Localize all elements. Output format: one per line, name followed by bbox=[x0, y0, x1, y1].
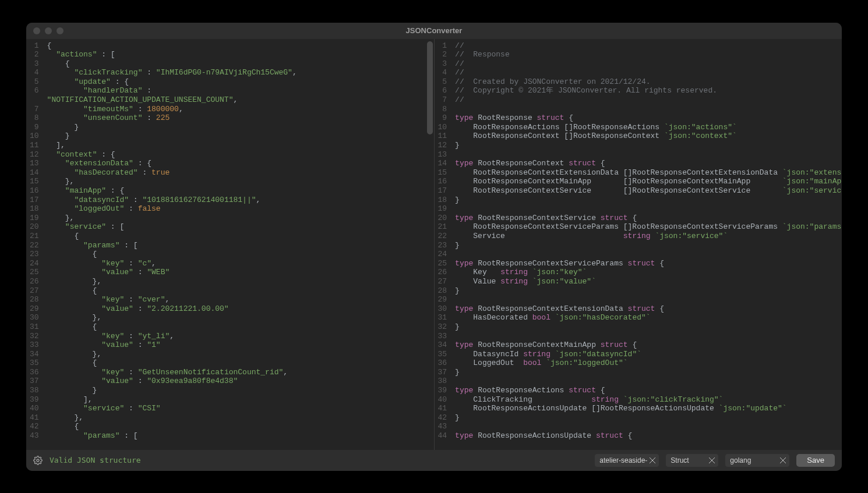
status-text: Valid JSON structure bbox=[50, 456, 141, 464]
json-gutter: 1 2 3 4 5 6 7 8 9 10 11 12 13 14 15 16 1… bbox=[26, 39, 44, 450]
json-editor[interactable]: { "actions" : [ { "clickTracking" : "IhM… bbox=[44, 39, 434, 450]
kind-select[interactable]: Struct bbox=[666, 454, 718, 467]
window-title: JSONConverter bbox=[406, 26, 463, 35]
theme-select-label: atelier-seaside- bbox=[599, 456, 647, 464]
scrollbar-thumb[interactable] bbox=[427, 41, 433, 134]
theme-select[interactable]: atelier-seaside- bbox=[595, 454, 659, 467]
app-window: JSONConverter 1 2 3 4 5 6 7 8 9 10 11 12… bbox=[26, 23, 842, 471]
output-editor[interactable]: // // Response // // // Created by JSONC… bbox=[451, 39, 842, 450]
editor-panes: 1 2 3 4 5 6 7 8 9 10 11 12 13 14 15 16 1… bbox=[26, 39, 842, 450]
zoom-icon[interactable] bbox=[57, 27, 63, 34]
language-select[interactable]: golang bbox=[725, 454, 789, 467]
output-gutter: 1 2 3 4 5 6 7 8 9 10 11 12 13 14 15 16 1… bbox=[435, 39, 452, 450]
minimize-icon[interactable] bbox=[45, 27, 52, 34]
footer-bar: Valid JSON structure atelier-seaside- St… bbox=[26, 450, 842, 471]
close-icon[interactable] bbox=[33, 27, 40, 34]
language-select-label: golang bbox=[730, 456, 751, 464]
gear-icon[interactable] bbox=[33, 456, 43, 465]
svg-point-0 bbox=[37, 459, 39, 462]
kind-select-label: Struct bbox=[671, 456, 689, 464]
traffic-lights bbox=[26, 27, 63, 34]
json-input-pane: 1 2 3 4 5 6 7 8 9 10 11 12 13 14 15 16 1… bbox=[26, 39, 435, 450]
titlebar[interactable]: JSONConverter bbox=[26, 23, 842, 39]
output-pane: 1 2 3 4 5 6 7 8 9 10 11 12 13 14 15 16 1… bbox=[435, 39, 842, 450]
save-button[interactable]: Save bbox=[796, 454, 835, 467]
